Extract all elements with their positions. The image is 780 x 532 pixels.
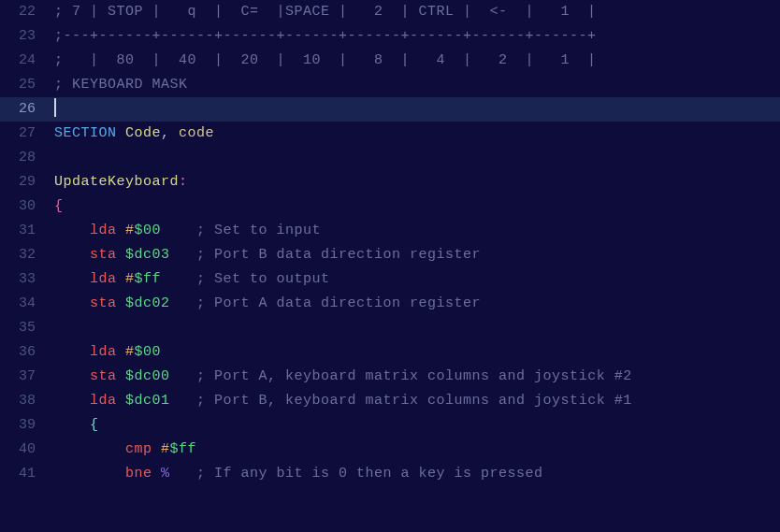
token <box>54 344 90 360</box>
line-number: 29 <box>0 170 54 194</box>
token: $ff <box>135 271 162 287</box>
code-line[interactable]: 28 <box>0 146 780 170</box>
line-number: 27 <box>0 122 54 146</box>
code-content[interactable]: ; | 80 | 40 | 20 | 10 | 8 | 4 | 2 | 1 | <box>54 49 780 73</box>
code-content[interactable]: UpdateKeyboard: <box>54 170 780 194</box>
token <box>54 417 90 433</box>
token: # <box>125 344 135 360</box>
token: ; Set to output <box>196 271 330 287</box>
code-line[interactable]: 22; 7 | STOP | q | C= |SPACE | 2 | CTRL … <box>0 0 780 24</box>
code-content[interactable]: lda #$ff ; Set to output <box>54 267 780 292</box>
line-number: 25 <box>0 73 54 97</box>
token: # <box>125 271 135 287</box>
code-line[interactable]: 26 <box>0 97 780 122</box>
line-number: 36 <box>0 340 54 365</box>
code-line[interactable]: 38 lda $dc01 ; Port B, keyboard matrix c… <box>0 389 780 413</box>
token: ; KEYBOARD MASK <box>54 77 188 93</box>
token <box>54 271 90 287</box>
code-content[interactable]: ; 7 | STOP | q | C= |SPACE | 2 | CTRL | … <box>54 0 780 24</box>
code-content[interactable]: sta $dc03 ; Port B data direction regist… <box>54 243 780 267</box>
code-content[interactable]: { <box>54 413 780 438</box>
token: UpdateKeyboard <box>54 174 179 190</box>
code-line[interactable]: 34 sta $dc02 ; Port A data direction reg… <box>0 292 780 316</box>
token: ; Set to input <box>196 223 321 238</box>
token: % <box>161 466 170 482</box>
code-content[interactable] <box>54 97 780 122</box>
token: ;---+------+------+------+------+------+… <box>54 28 597 44</box>
token: code <box>179 125 214 141</box>
line-number: 31 <box>0 219 54 243</box>
token <box>54 393 90 409</box>
token: ; Port A, keyboard matrix columns and jo… <box>196 368 632 384</box>
token: { <box>54 198 64 214</box>
token: $00 <box>135 223 162 238</box>
token <box>161 271 196 287</box>
line-number: 22 <box>0 0 54 24</box>
code-line[interactable]: 24; | 80 | 40 | 20 | 10 | 8 | 4 | 2 | 1 … <box>0 49 780 73</box>
line-number: 40 <box>0 438 54 462</box>
token: lda <box>90 223 125 238</box>
code-line[interactable]: 33 lda #$ff ; Set to output <box>0 267 780 292</box>
token <box>54 466 125 482</box>
code-content[interactable]: sta $dc02 ; Port A data direction regist… <box>54 292 780 316</box>
code-line[interactable]: 39 { <box>0 413 780 438</box>
code-content[interactable]: lda #$00 ; Set to input <box>54 219 780 243</box>
token: lda <box>90 271 125 287</box>
token: $00 <box>135 344 162 360</box>
code-content[interactable]: cmp #$ff <box>54 438 780 462</box>
code-line[interactable]: 37 sta $dc00 ; Port A, keyboard matrix c… <box>0 365 780 389</box>
line-number: 24 <box>0 49 54 73</box>
line-number: 35 <box>0 316 54 340</box>
code-content[interactable]: bne % ; If any bit is 0 then a key is pr… <box>54 462 780 486</box>
token <box>54 247 90 263</box>
line-number: 28 <box>0 146 54 170</box>
token: $dc03 <box>125 247 170 263</box>
token: ; Port A data direction register <box>196 295 481 311</box>
code-content[interactable]: sta $dc00 ; Port A, keyboard matrix colu… <box>54 365 780 389</box>
token: lda <box>90 393 125 409</box>
code-content[interactable] <box>54 146 780 170</box>
code-editor[interactable]: 22; 7 | STOP | q | C= |SPACE | 2 | CTRL … <box>0 0 780 532</box>
code-content[interactable]: SECTION Code, code <box>54 122 780 146</box>
code-line[interactable]: 25; KEYBOARD MASK <box>0 73 780 97</box>
code-line[interactable]: 29UpdateKeyboard: <box>0 170 780 194</box>
code-line[interactable]: 23;---+------+------+------+------+-----… <box>0 24 780 49</box>
code-line[interactable]: 27SECTION Code, code <box>0 122 780 146</box>
code-content[interactable]: { <box>54 194 780 219</box>
token: $dc00 <box>125 368 170 384</box>
code-line[interactable]: 32 sta $dc03 ; Port B data direction reg… <box>0 243 780 267</box>
token: sta <box>90 368 125 384</box>
code-line[interactable]: 41 bne % ; If any bit is 0 then a key is… <box>0 462 780 486</box>
token <box>170 393 197 409</box>
token: lda <box>90 344 125 360</box>
token: $dc02 <box>125 295 170 311</box>
line-number: 30 <box>0 194 54 219</box>
token: ; If any bit is 0 then a key is pressed <box>196 466 543 482</box>
code-line[interactable]: 35 <box>0 316 780 340</box>
token: sta <box>90 247 125 263</box>
token: $ff <box>170 441 197 457</box>
token: sta <box>90 295 125 311</box>
code-content[interactable]: lda #$00 <box>54 340 780 365</box>
code-line[interactable]: 30{ <box>0 194 780 219</box>
code-content[interactable]: ;---+------+------+------+------+------+… <box>54 24 780 49</box>
code-line[interactable]: 40 cmp #$ff <box>0 438 780 462</box>
line-number: 38 <box>0 389 54 413</box>
token: ; Port B data direction register <box>196 247 481 263</box>
code-content[interactable] <box>54 316 780 340</box>
token: cmp <box>125 441 161 457</box>
token: : <box>179 174 188 190</box>
code-line[interactable]: 36 lda #$00 <box>0 340 780 365</box>
code-content[interactable]: lda $dc01 ; Port B, keyboard matrix colu… <box>54 389 780 413</box>
token <box>170 295 197 311</box>
token: # <box>125 223 135 238</box>
code-line[interactable]: 31 lda #$00 ; Set to input <box>0 219 780 243</box>
token <box>170 368 197 384</box>
token: { <box>90 417 99 433</box>
line-number: 41 <box>0 462 54 486</box>
token: # <box>161 441 170 457</box>
line-number: 34 <box>0 292 54 316</box>
code-content[interactable]: ; KEYBOARD MASK <box>54 73 780 97</box>
token: ; 7 | STOP | q | C= |SPACE | 2 | CTRL | … <box>54 4 597 20</box>
line-number: 23 <box>0 24 54 49</box>
